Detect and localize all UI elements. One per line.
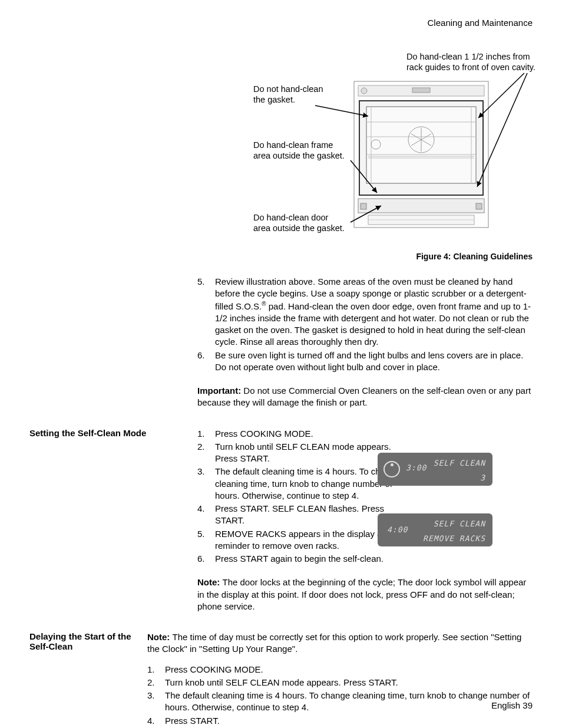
heading-delaying-start: Delaying the Start of the Self-Clean (29, 631, 147, 728)
oven-diagram (353, 81, 489, 228)
page-header: Cleaning and Maintenance (29, 18, 533, 28)
callout-door: Do hand-clean doorarea outside the gaske… (253, 212, 345, 233)
note-time-of-day: Note: The time of day must be correctly … (147, 631, 533, 655)
figure-4: Do hand-clean 1 1/2 inches from rack gui… (197, 51, 533, 246)
important-note: Important: Do not use Commercial Oven Cl… (197, 385, 533, 409)
heading-setting-self-clean: Setting the Self-Clean Mode (29, 428, 197, 566)
note-door-lock: Note: The door locks at the beginning of… (197, 577, 533, 612)
callout-gasket: Do not hand-cleanthe gasket. (253, 84, 323, 105)
svg-rect-16 (361, 203, 366, 209)
callout-rack-guides: Do hand-clean 1 1/2 inches from rack gui… (406, 51, 542, 73)
delay-steps: 1.Press COOKING MODE. 2.Turn knob until … (147, 664, 533, 727)
page-footer: English 39 (491, 700, 533, 710)
cleaning-steps-continued: 5. Review illustration above. Some areas… (197, 276, 533, 373)
display-self-clean-3: 3:00 SELF CLEAN 3 (378, 453, 492, 486)
svg-point-2 (361, 88, 367, 94)
display-remove-racks: 4:00 SELF CLEAN REMOVE RACKS (378, 513, 492, 546)
svg-rect-3 (412, 88, 430, 93)
callout-frame: Do hand-clean framearea outside the gask… (253, 140, 345, 161)
figure-caption: Figure 4: Cleaning Guidelines (197, 252, 533, 261)
svg-rect-17 (476, 203, 482, 209)
svg-rect-15 (358, 199, 484, 213)
